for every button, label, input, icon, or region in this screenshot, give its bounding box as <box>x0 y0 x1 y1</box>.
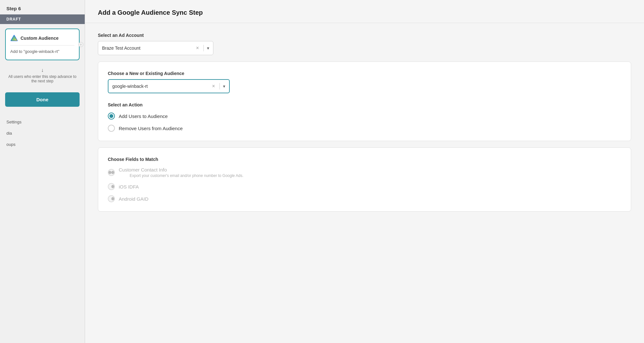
svg-marker-1 <box>11 35 17 41</box>
audience-value: google-winback-rt <box>112 84 210 89</box>
done-button[interactable]: Done <box>5 92 80 107</box>
field-android-radio[interactable] <box>108 195 115 202</box>
page-header: Add a Google Audience Sync Step <box>85 0 644 23</box>
sidebar-nav: Settings dia oups <box>0 113 85 153</box>
step-card[interactable]: Custom Audience Add to "google-winback-r… <box>5 29 80 60</box>
chevron-right-icon: › <box>78 42 83 47</box>
fields-label: Choose Fields to Match <box>108 157 621 162</box>
content-area: Select an Ad Account Braze Test Account … <box>85 23 644 221</box>
action-label: Select an Action <box>108 102 621 107</box>
audience-select[interactable]: google-winback-rt × ▾ <box>108 79 230 93</box>
sidebar-item-dia[interactable]: dia <box>0 128 85 139</box>
select-divider <box>203 45 204 51</box>
field-android-option[interactable]: Android GAID <box>108 195 621 202</box>
ad-account-label: Select an Ad Account <box>98 33 631 38</box>
ad-account-chevron-icon[interactable]: ▾ <box>207 46 209 51</box>
step-card-description: Add to "google-winback-rt" <box>10 49 74 54</box>
audience-section: Choose a New or Existing Audience google… <box>108 71 621 93</box>
audience-chevron-icon[interactable]: ▾ <box>223 84 225 89</box>
action-add-option[interactable]: Add Users to Audience <box>108 113 621 120</box>
sidebar: Step 6 DRAFT Custom Audience Add to "goo… <box>0 0 85 343</box>
arrow-down-icon: ↓ <box>41 67 44 73</box>
field-ios-option[interactable]: iOS IDFA <box>108 183 621 190</box>
main-content: Add a Google Audience Sync Step Select a… <box>85 0 644 343</box>
action-remove-radio[interactable] <box>108 125 115 132</box>
sidebar-item-oups[interactable]: oups <box>0 139 85 150</box>
ad-account-clear-icon[interactable]: × <box>195 45 200 51</box>
field-contact-label: Customer Contact Info <box>119 167 167 172</box>
field-contact-desc: Export your customer's email and/or phon… <box>130 173 243 178</box>
ad-account-select[interactable]: Braze Test Account × ▾ <box>98 41 213 55</box>
advance-text: ↓ All users who enter this step advance … <box>0 65 85 86</box>
field-android-label: Android GAID <box>119 196 149 202</box>
step-label: Step 6 <box>0 0 85 14</box>
ad-account-section: Select an Ad Account Braze Test Account … <box>98 33 631 55</box>
audience-action-panel: Choose a New or Existing Audience google… <box>98 62 631 141</box>
field-contact-option[interactable]: Customer Contact Info Export your custom… <box>108 167 621 178</box>
audience-select-divider <box>219 83 220 89</box>
google-ads-icon <box>10 34 18 42</box>
action-remove-label: Remove Users from Audience <box>119 126 183 131</box>
action-add-label: Add Users to Audience <box>119 113 168 119</box>
fields-panel: Choose Fields to Match Customer Contact … <box>98 147 631 212</box>
field-ios-label: iOS IDFA <box>119 184 139 189</box>
sidebar-item-settings[interactable]: Settings <box>0 116 85 128</box>
action-add-radio[interactable] <box>108 113 115 120</box>
step-card-header: Custom Audience <box>10 34 74 46</box>
audience-clear-icon[interactable]: × <box>211 83 216 89</box>
draft-badge: DRAFT <box>0 14 85 24</box>
action-section: Select an Action Add Users to Audience R… <box>108 102 621 132</box>
step-card-title: Custom Audience <box>21 36 59 41</box>
ad-account-value: Braze Test Account <box>102 46 193 51</box>
audience-label: Choose a New or Existing Audience <box>108 71 621 76</box>
page-title: Add a Google Audience Sync Step <box>98 9 631 16</box>
action-remove-option[interactable]: Remove Users from Audience <box>108 125 621 132</box>
field-ios-radio[interactable] <box>108 183 115 190</box>
field-contact-radio[interactable] <box>108 169 115 176</box>
